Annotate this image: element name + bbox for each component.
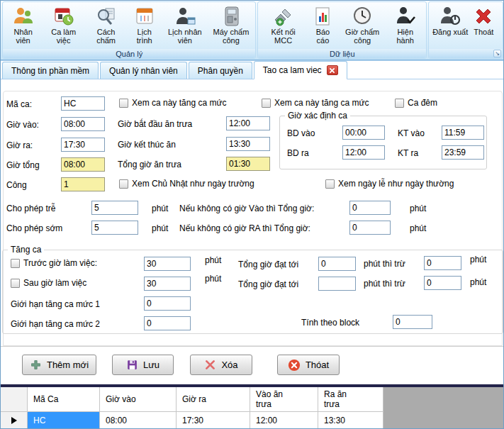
toolbar-item-label: Báo cáo: [309, 28, 337, 45]
kt-vao-input[interactable]: [442, 126, 484, 140]
tinh-theo-block-label: Tính theo block: [301, 318, 359, 328]
khong-gio-vao-input[interactable]: [349, 201, 391, 215]
toolbar-item-dang-xuat[interactable]: Đăng xuất: [430, 4, 470, 37]
button-label: Thóat: [306, 360, 329, 370]
toolbar-group-session: Đăng xuất Thoát ↘: [428, 1, 503, 59]
toolbar-item-label: Ca làm việc: [44, 28, 83, 45]
checkbox-ngay-le[interactable]: Xem ngày lễ như ngày thường: [325, 179, 454, 189]
checkbox-tangca-muc-1[interactable]: Xem ca này tăng ca mức: [119, 98, 226, 108]
tab-tao-ca-lam-viec[interactable]: Tao ca lam viec: [254, 61, 347, 79]
gioi-han-2-label: Giới hạn tăng ca mức 2: [11, 319, 100, 329]
khong-gio-ra-input[interactable]: [349, 221, 391, 235]
kt-ra-input[interactable]: [442, 145, 484, 160]
grid-header-ra-an-trua[interactable]: Ra ăn trưa: [318, 387, 383, 412]
checkbox-ca-dem[interactable]: Ca đêm: [395, 98, 437, 108]
gio-tong-label: Giờ tổng: [6, 160, 40, 170]
gio-vao-input[interactable]: [61, 117, 105, 131]
grid-cell-ma-ca[interactable]: HC: [28, 412, 100, 429]
dialog-launcher-icon[interactable]: ↘: [493, 50, 501, 57]
tab-phan-quyen[interactable]: Phân quyền: [189, 62, 252, 79]
tang-ca-title: Tăng ca: [8, 245, 44, 255]
grid-row-selector[interactable]: [1, 412, 28, 429]
tab-quan-ly-nhan-vien[interactable]: Quản lý nhân viên: [100, 62, 187, 79]
cong-label: Công: [6, 180, 27, 190]
tab-close-icon[interactable]: [327, 65, 338, 75]
tinh-theo-block-input[interactable]: [393, 315, 432, 329]
cho-phep-tre-label: Cho phép trễ: [6, 204, 55, 213]
toolbar-item-bao-cao[interactable]: Báo cáo: [307, 4, 339, 46]
cho-phep-som-input[interactable]: [91, 221, 138, 235]
toolbar-item-hien-hanh[interactable]: Hiện hành: [386, 4, 425, 46]
tab-thong-tin-phan-mem[interactable]: Thông tin phần mềm: [2, 62, 99, 79]
dat-toi-1-tru-input[interactable]: [424, 256, 461, 270]
gio-bat-dau-an-trua-input[interactable]: [226, 116, 270, 130]
gio-bat-dau-an-trua-label: Giờ bắt đầu ăn trưa: [118, 119, 192, 129]
grid-header-ma-ca[interactable]: Mã Ca: [28, 387, 100, 412]
checkbox-truoc-gio-lam-viec[interactable]: Trước giờ làm việc:: [11, 258, 97, 268]
toolbar-item-may-cham-cong[interactable]: Máy chấm công: [208, 4, 254, 46]
add-icon: [30, 359, 42, 371]
gioi-han-1-input[interactable]: [144, 296, 191, 311]
toolbar-item-ca-lam-viec[interactable]: Ca làm việc: [42, 4, 85, 46]
toolbar-item-nhan-vien[interactable]: Nhân viên: [4, 4, 42, 46]
gio-ket-thuc-an-label: Giờ kết thúc ăn: [118, 140, 176, 150]
truoc-gio-input[interactable]: [144, 257, 191, 271]
bd-vao-label: BD vào: [287, 128, 315, 138]
ma-ca-input[interactable]: [61, 96, 105, 111]
button-label: Lưu: [143, 360, 159, 370]
toolbar-item-thoat[interactable]: Thoát: [470, 4, 497, 37]
row-arrow-icon: [11, 417, 17, 424]
dat-toi-2-tru-input[interactable]: [424, 276, 461, 290]
dat-toi-2-label: Tổng giờ đạt tới: [238, 279, 298, 289]
tab-label: Phân quyền: [198, 66, 243, 76]
shifts-grid: Mã Ca Giờ vào Giờ ra Vào ăn trưa Ra ăn t…: [1, 387, 504, 429]
luu-button[interactable]: Lưu: [112, 355, 174, 375]
tong-gio-an-trua-input[interactable]: [226, 157, 270, 171]
sau-gio-input[interactable]: [144, 277, 191, 291]
toolbar-item-gio-cham-cong[interactable]: Giờ chấm công: [339, 4, 386, 46]
checkbox-sau-gio-lam-viec[interactable]: Sau giờ làm việc: [11, 278, 86, 288]
gio-ket-thuc-an-input[interactable]: [226, 137, 270, 151]
toolbar-item-label: Hiện hành: [388, 28, 422, 45]
gioi-han-2-input[interactable]: [144, 316, 191, 330]
grid-header-gio-vao[interactable]: Giờ vào: [100, 387, 177, 412]
checkbox-tangca-muc-2[interactable]: Xem ca này tăng ca mức: [262, 98, 369, 108]
dat-toi-2-input[interactable]: [318, 277, 356, 291]
them-moi-button[interactable]: Thêm mới: [22, 355, 96, 375]
grid-cell-gio-ra[interactable]: 17:30: [177, 412, 250, 429]
clock-icon: [351, 5, 374, 28]
tab-label: Thông tin phần mềm: [11, 66, 89, 76]
cho-phep-tre-input[interactable]: [91, 201, 138, 215]
cong-input[interactable]: [61, 177, 105, 191]
toolbar-item-label: Giờ chấm công: [341, 28, 383, 45]
gio-ra-input[interactable]: [61, 138, 105, 152]
xoa-button[interactable]: Xóa: [190, 355, 252, 375]
toolbar-item-ket-noi-mcc[interactable]: Kết nối MCC: [259, 4, 306, 46]
grid-cell-ra-an-trua[interactable]: 13:30: [318, 412, 383, 429]
toolbar-group-quanly: Nhân viên Ca làm việc Cách chấm Lịch trì…: [2, 1, 256, 59]
grid-header-gio-ra[interactable]: Giờ ra: [177, 387, 250, 412]
bd-vao-input[interactable]: [342, 126, 385, 140]
connect-mcc-icon: [272, 5, 295, 28]
tab-label: Quản lý nhân viên: [109, 66, 178, 76]
toolbar-item-label: Kết nối MCC: [262, 28, 304, 45]
gio-xac-dinh-ca-title: Giờ xác định ca: [285, 111, 350, 121]
checkbox-chu-nhat[interactable]: Xem Chủ Nhật như ngày trường: [119, 179, 254, 189]
grid-cell-gio-vao[interactable]: 08:00: [100, 412, 177, 429]
toolbar-item-cach-cham[interactable]: Cách chấm: [85, 4, 127, 46]
gio-ra-label: Giờ ra:: [6, 140, 33, 150]
thoat-button[interactable]: Thóat: [277, 355, 340, 375]
grid-cell-vao-an-trua[interactable]: 12:00: [250, 412, 318, 429]
gio-xac-dinh-ca-group: Giờ xác định ca: [279, 116, 487, 169]
delete-icon: [204, 359, 216, 371]
toolbar-item-lich-nhan-vien[interactable]: Lịch nhân viên: [162, 4, 208, 46]
dat-toi-1-input[interactable]: [318, 257, 356, 271]
checkbox-icon: [325, 179, 335, 189]
bd-ra-input[interactable]: [342, 145, 385, 160]
grid-header-vao-an-trua[interactable]: Vào ăn trưa: [250, 387, 318, 412]
panel-divider: [1, 346, 504, 347]
toolbar-item-label: Đăng xuất: [432, 28, 468, 36]
shift-calendar-icon: [52, 5, 75, 28]
gio-tong-input[interactable]: [61, 157, 105, 172]
toolbar-item-lich-trinh[interactable]: Lịch trình: [127, 4, 162, 46]
